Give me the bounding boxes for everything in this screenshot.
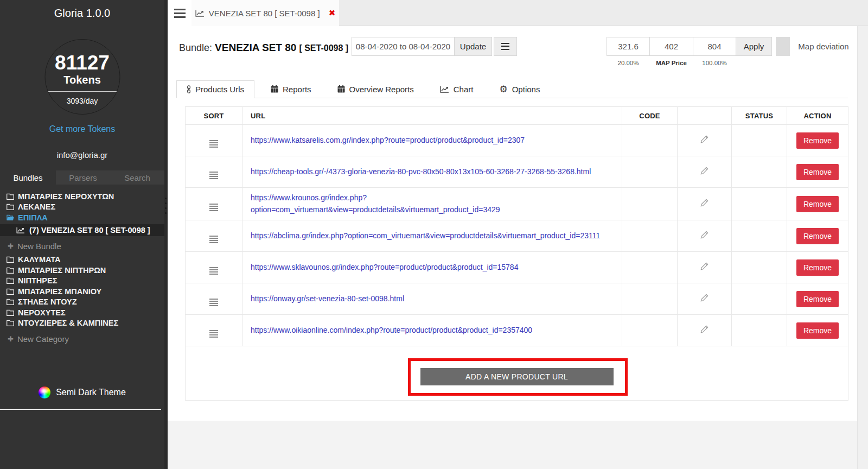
close-tab-icon[interactable]: ✖ [329,8,336,18]
folder-icon [7,204,14,210]
tab-chart[interactable]: Chart [430,80,483,98]
folder-icon [7,267,14,274]
tab-products-urls[interactable]: Products Urls [176,80,254,98]
category-item[interactable]: ΝΕΡΟΧΥΤΕΣ [0,307,164,318]
folder-icon [7,320,14,326]
remove-button[interactable]: Remove [796,322,839,339]
theme-switcher[interactable]: Semi Dark Theme [0,386,164,398]
drag-handle-icon[interactable] [209,267,218,275]
remove-button[interactable]: Remove [796,291,839,307]
remove-button[interactable]: Remove [796,259,839,276]
edit-pencil-icon[interactable] [700,198,709,207]
edit-pencil-icon[interactable] [700,135,709,144]
map-price-input[interactable]: 402 [649,37,693,56]
category-item[interactable]: ΜΠΑΤΑΡΙΕΣ ΝΕΡΟΧΥΤΩΝ [0,191,164,202]
product-url-link[interactable]: https://www.katsarelis.com.gr/index.php?… [242,125,622,156]
edit-pencil-icon[interactable] [700,166,709,175]
category-item[interactable]: ΜΠΑΤΑΡΙΕΣ ΝΙΠΤΗΡΩΝ [0,265,164,276]
folder-icon [7,193,14,200]
plus-icon: ✚ [8,335,14,343]
remove-button[interactable]: Remove [796,132,839,149]
category-item[interactable]: ΚΑΛΥΜΑΤΑ [0,255,164,265]
open-bundle-tab[interactable]: VENEZIA SET 80 [ SET-0098 ] ✖ [192,0,339,26]
product-url-link[interactable]: https://www.oikiaonline.com/index.php?ro… [242,315,622,346]
map-deviation-checkbox[interactable] [776,37,790,56]
category-item[interactable]: ΝΙΠΤΗΡΕΣ [0,276,164,287]
apply-button[interactable]: Apply [736,37,772,56]
col-sort: SORT [186,107,242,125]
product-url-link[interactable]: https://cheap-tools.gr/-/4373-gloria-ven… [242,156,622,188]
sidebar-tab-bundles[interactable]: Bundles [0,170,56,185]
drag-handle-icon[interactable] [209,330,218,338]
status-cell [732,283,787,315]
bundle-prefix: Bundle: [179,42,212,53]
table-row: https://www.oikiaonline.com/index.php?ro… [186,315,848,346]
bundle-page: Bundle: VENEZIA SET 80 [ SET-0098 ] 08-0… [168,26,857,421]
max-price-input[interactable]: 804 [693,37,736,56]
category-item[interactable]: ΛΕΚΑΝΕΣ [0,202,164,213]
min-price-input[interactable]: 321.6 [607,37,650,56]
new-bundle-button[interactable]: ✚ New Bundle [0,238,164,255]
plus-icon: ✚ [8,242,14,250]
edit-pencil-icon[interactable] [700,293,709,302]
remove-button[interactable]: Remove [796,228,839,244]
remove-button[interactable]: Remove [796,164,839,180]
chart-icon [195,10,205,17]
sidebar-tab-search[interactable]: Search [110,170,164,185]
product-url-link[interactable]: https://www.sklavounos.gr/index.php?rout… [242,252,622,283]
drag-handle-icon[interactable] [209,140,218,148]
update-button[interactable]: Update [454,37,492,56]
category-item[interactable]: ΝΤΟΥΖΙΕΡΕΣ & ΚΑΜΠΙΝΕΣ [0,318,164,329]
tab-options[interactable]: ⚙ Options [489,80,550,98]
table-row: https://www.katsarelis.com.gr/index.php?… [186,125,848,156]
sidebar-toggle-button[interactable] [168,0,192,26]
col-url: URL [242,107,622,125]
drag-handle-icon[interactable] [209,204,218,211]
code-cell [622,125,678,156]
new-category-button[interactable]: ✚ New Category [0,331,164,347]
scrollbar-track[interactable] [857,26,868,469]
folder-icon [7,309,14,316]
drag-handle-icon[interactable] [209,299,218,306]
edit-pencil-icon[interactable] [700,262,709,271]
remove-button[interactable]: Remove [796,196,839,212]
drag-handle-icon[interactable] [209,236,218,243]
table-row: https://www.krounos.gr/index.php?option=… [186,188,848,220]
sidebar-tab-bar: Bundles Parsers Search [0,170,164,185]
code-cell [622,156,678,188]
token-count: 81127 [45,53,119,74]
add-product-url-button[interactable]: ADD A NEW PRODUCT URL [420,368,614,385]
topbar: VENEZIA SET 80 [ SET-0098 ] ✖ [168,0,868,26]
drag-handle-icon[interactable] [209,172,218,179]
tab-overview-reports[interactable]: Overview Reports [328,80,424,98]
table-header-row: SORT URL CODE STATUS ACTION [186,107,848,125]
token-balance-widget: 81127 Tokens 3093/day [44,39,120,115]
edit-pencil-icon[interactable] [700,230,709,239]
edit-pencil-icon[interactable] [700,325,709,334]
date-range-input[interactable]: 08-04-2020 to 08-04-2020 [352,37,455,56]
category-item[interactable]: ΜΠΑΤΑΡΙΕΣ ΜΠΑΝΙΟΥ [0,286,164,297]
folder-open-icon [7,214,14,221]
category-item[interactable]: ΣΤΗΛΕΣ ΝΤΟΥΖ [0,297,164,308]
sidebar-tab-parsers[interactable]: Parsers [56,170,110,185]
code-cell [622,315,678,346]
table-footer-row: ADD A NEW PRODUCT URL [186,346,848,401]
table-row: https://www.sklavounos.gr/index.php?rout… [186,252,848,283]
product-url-link[interactable]: https://abclima.gr/index.php?option=com_… [242,220,622,252]
app-title: Gloria 1.0.0 [0,7,164,20]
code-cell [622,283,678,315]
product-url-link[interactable]: https://www.krounos.gr/index.php?option=… [242,188,622,220]
token-unit-label: Tokens [45,74,119,86]
bundle-item-selected[interactable]: (7) VENEZIA SET 80 [ SET-0098 ] [0,224,164,236]
product-url-link[interactable]: https://onway.gr/set-venezia-80-set-0098… [242,283,622,315]
header-menu-button[interactable] [494,37,517,56]
category-item-open[interactable]: ΕΠΙΠΛΑ [0,212,164,223]
hamburger-icon [174,9,186,18]
map-deviation-label: Map deviation [790,37,857,56]
folder-icon [7,277,14,284]
get-more-tokens-link[interactable]: Get more Tokens [0,124,164,134]
map-price-caption: MAP Price [649,60,693,66]
table-row: https://onway.gr/set-venezia-80-set-0098… [186,283,848,315]
calendar-icon [337,85,345,93]
tab-reports[interactable]: Reports [261,80,321,98]
